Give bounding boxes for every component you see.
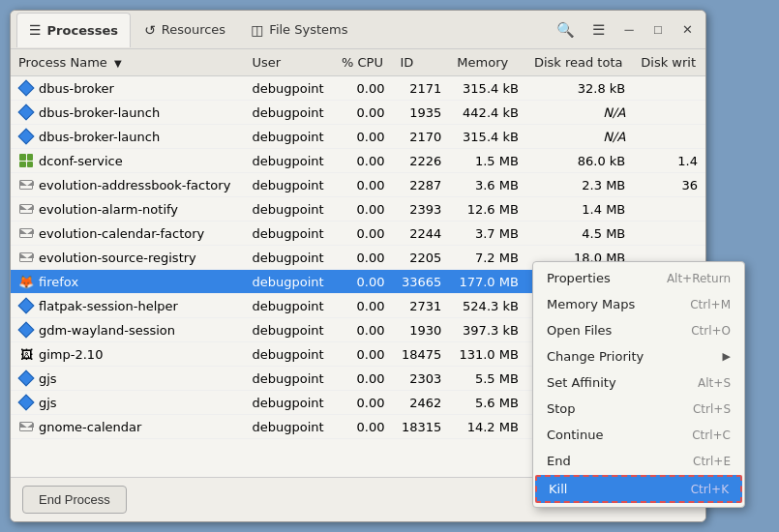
id-cell: 2287 — [393, 173, 450, 197]
context-menu: PropertiesAlt+ReturnMemory MapsCtrl+MOpe… — [532, 261, 745, 508]
user-cell: debugpoint — [245, 415, 335, 439]
menu-item-label: Continue — [547, 428, 603, 442]
close-button[interactable]: ✕ — [674, 19, 700, 41]
context-menu-item-continue[interactable]: ContinueCtrl+C — [533, 422, 744, 448]
process-name-cell: gjs — [11, 367, 245, 391]
user-cell: debugpoint — [245, 101, 335, 125]
process-name-label: gnome-calendar — [39, 420, 141, 434]
menu-item-label: Memory Maps — [547, 297, 635, 311]
menu-button[interactable]: ☰ — [584, 16, 613, 44]
process-name-label: evolution-calendar-factory — [39, 226, 204, 241]
process-name-cell: gjs — [11, 391, 245, 415]
col-memory[interactable]: Memory — [449, 49, 526, 76]
maximize-icon: □ — [654, 22, 662, 37]
disk-read-cell: 32.8 kB — [526, 76, 633, 101]
col-disk-write[interactable]: Disk writ — [633, 49, 705, 76]
col-process-name[interactable]: Process Name ▼ — [11, 49, 245, 76]
disk-read-cell: 4.5 MB — [526, 222, 633, 246]
cpu-cell: 0.00 — [334, 342, 392, 367]
col-cpu[interactable]: % CPU — [334, 49, 392, 76]
process-name-cell: dbus-broker-launch — [11, 125, 245, 149]
context-menu-item-kill[interactable]: KillCtrl+K — [535, 475, 742, 503]
process-icon — [18, 225, 34, 241]
process-name-cell: evolution-alarm-notify — [11, 197, 245, 222]
search-button[interactable]: 🔍 — [551, 16, 580, 44]
context-menu-item-properties[interactable]: PropertiesAlt+Return — [533, 265, 744, 291]
tab-resources[interactable]: ↺ Resources — [133, 13, 237, 47]
context-menu-item-change-priority[interactable]: Change Priority▶ — [533, 343, 744, 369]
process-icon — [18, 298, 34, 313]
cpu-cell: 0.00 — [334, 391, 392, 415]
cpu-cell: 0.00 — [334, 270, 392, 294]
disk-read-cell: N/A — [526, 125, 633, 149]
id-cell: 2462 — [393, 391, 450, 415]
process-icon — [18, 104, 34, 120]
maximize-button[interactable]: □ — [645, 19, 671, 41]
menu-item-shortcut: Alt+Return — [667, 272, 731, 285]
memory-cell: 177.0 MB — [449, 270, 526, 294]
toolbar-right: 🔍 ☰ ─ □ ✕ — [551, 16, 700, 44]
tab-processes[interactable]: ☰ Processes — [16, 13, 131, 47]
cpu-cell: 0.00 — [334, 318, 392, 342]
table-row[interactable]: dbus-brokerdebugpoint0.002171315.4 kB32.… — [11, 76, 705, 101]
processes-icon: ☰ — [29, 22, 42, 38]
user-cell: debugpoint — [245, 173, 335, 197]
table-row[interactable]: evolution-alarm-notifydebugpoint0.002393… — [11, 197, 705, 222]
cpu-cell: 0.00 — [334, 246, 392, 270]
cpu-cell: 0.00 — [334, 294, 392, 318]
context-menu-item-set-affinity[interactable]: Set AffinityAlt+S — [533, 369, 744, 396]
memory-cell: 14.2 MB — [449, 415, 526, 439]
cpu-cell: 0.00 — [334, 101, 392, 125]
memory-cell: 5.6 MB — [449, 391, 526, 415]
close-icon: ✕ — [682, 22, 693, 37]
process-name-label: gimp-2.10 — [39, 347, 103, 362]
table-row[interactable]: evolution-calendar-factorydebugpoint0.00… — [11, 222, 705, 246]
col-id[interactable]: ID — [393, 49, 450, 76]
id-cell: 2170 — [393, 125, 450, 149]
menu-item-label: Properties — [547, 271, 611, 285]
process-name-label: dconf-service — [39, 154, 123, 168]
end-process-button[interactable]: End Process — [22, 486, 127, 514]
disk-read-cell: 1.4 MB — [526, 197, 633, 222]
process-name-label: firefox — [39, 275, 78, 289]
memory-cell: 3.7 MB — [449, 222, 526, 246]
tab-filesystems[interactable]: ◫ File Systems — [239, 13, 359, 47]
id-cell: 2393 — [393, 197, 450, 222]
minimize-button[interactable]: ─ — [616, 19, 642, 41]
disk-write-cell — [633, 76, 705, 101]
process-icon — [18, 80, 34, 96]
context-menu-item-memory-maps[interactable]: Memory MapsCtrl+M — [533, 291, 744, 317]
context-menu-item-stop[interactable]: StopCtrl+S — [533, 396, 744, 422]
process-icon — [18, 129, 34, 144]
menu-item-shortcut: Ctrl+E — [693, 455, 731, 468]
process-name-cell: gdm-wayland-session — [11, 318, 245, 342]
process-name-label: gjs — [39, 371, 57, 386]
process-name-label: dbus-broker-launch — [39, 105, 160, 120]
context-menu-item-open-files[interactable]: Open FilesCtrl+O — [533, 317, 744, 343]
id-cell: 18315 — [393, 415, 450, 439]
disk-write-cell — [633, 197, 705, 222]
cpu-cell: 0.00 — [334, 222, 392, 246]
process-name-cell: evolution-source-registry — [11, 246, 245, 270]
cpu-cell: 0.00 — [334, 149, 392, 173]
menu-item-label: Set Affinity — [547, 375, 616, 390]
process-icon — [18, 177, 34, 192]
col-user[interactable]: User — [245, 49, 335, 76]
id-cell: 1930 — [393, 318, 450, 342]
disk-write-cell — [633, 125, 705, 149]
menu-item-label: Change Priority — [547, 349, 644, 364]
table-row[interactable]: dconf-servicedebugpoint0.0022261.5 MB86.… — [11, 149, 705, 173]
id-cell: 18475 — [393, 342, 450, 367]
memory-cell: 12.6 MB — [449, 197, 526, 222]
minimize-icon: ─ — [624, 22, 633, 37]
table-row[interactable]: dbus-broker-launchdebugpoint0.002170315.… — [11, 125, 705, 149]
col-disk-read[interactable]: Disk read tota — [526, 49, 633, 76]
process-name-label: dbus-broker — [39, 81, 114, 96]
table-row[interactable]: evolution-addressbook-factorydebugpoint0… — [11, 173, 705, 197]
disk-read-cell: 2.3 MB — [526, 173, 633, 197]
table-row[interactable]: dbus-broker-launchdebugpoint0.001935442.… — [11, 101, 705, 125]
user-cell: debugpoint — [245, 294, 335, 318]
sort-arrow: ▼ — [114, 58, 122, 69]
context-menu-item-end[interactable]: EndCtrl+E — [533, 448, 744, 474]
resources-icon: ↺ — [144, 22, 156, 38]
